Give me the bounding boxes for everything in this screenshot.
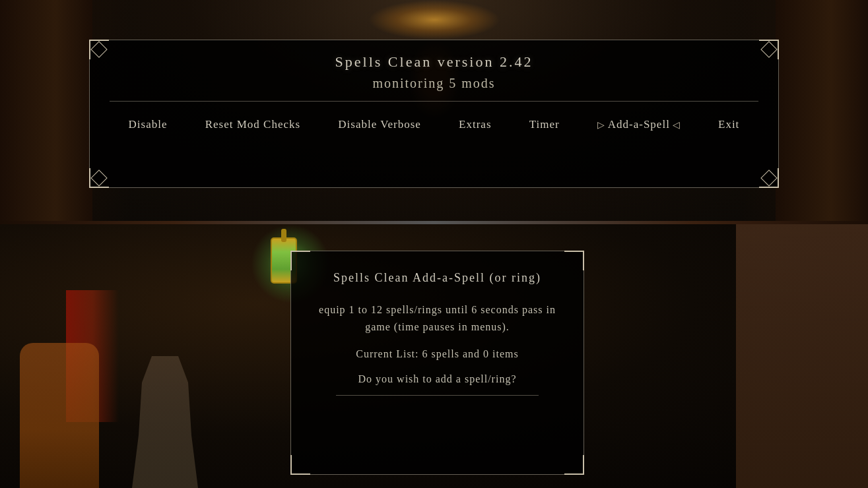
figure-right xyxy=(736,224,868,488)
pillar-right xyxy=(776,0,868,221)
dialog-current-list: Current List: 6 spells and 0 items xyxy=(311,348,564,360)
robe-figure xyxy=(20,343,99,488)
pillar-left xyxy=(0,0,92,221)
dialog-divider xyxy=(336,395,538,396)
dialog-content: Spells Clean Add-a-Spell (or ring) equip… xyxy=(291,251,584,409)
menu-item-add-a-spell[interactable]: ▷ Add-a-Spell ◁ xyxy=(597,118,681,131)
menu-item-disable[interactable]: Disable xyxy=(129,118,168,131)
dialog-corner-bl xyxy=(290,455,310,475)
dialog-title: Spells Clean Add-a-Spell (or ring) xyxy=(311,271,564,285)
menu-item-disable-verbose[interactable]: Disable Verbose xyxy=(338,118,421,131)
top-glow xyxy=(368,0,500,40)
dialog-corner-br xyxy=(564,455,584,475)
add-a-spell-label: Add-a-Spell xyxy=(608,118,670,131)
main-panel: Spells Clean version 2.42 monitoring 5 m… xyxy=(89,40,779,188)
right-arrow-icon: ◁ xyxy=(673,119,681,131)
dialog-desc-line2: game (time pauses in menus). xyxy=(365,321,510,332)
menu-item-extras[interactable]: Extras xyxy=(459,118,491,131)
dialog-corner-tl xyxy=(290,251,310,270)
dialog-question: Do you wish to add a spell/ring? xyxy=(311,373,564,385)
menu-item-timer[interactable]: Timer xyxy=(529,118,560,131)
panel-header: Spells Clean version 2.42 monitoring 5 m… xyxy=(90,40,778,101)
left-arrow-icon: ▷ xyxy=(597,119,605,131)
main-menu: Disable Reset Mod Checks Disable Verbose… xyxy=(90,102,778,148)
panel-subtitle: monitoring 5 mods xyxy=(110,76,758,91)
statue-left xyxy=(132,356,198,488)
menu-item-exit[interactable]: Exit xyxy=(718,118,739,131)
dialog-panel: Spells Clean Add-a-Spell (or ring) equip… xyxy=(290,251,584,475)
dialog-description: equip 1 to 12 spells/rings until 6 secon… xyxy=(311,301,564,335)
dialog-desc-line1: equip 1 to 12 spells/rings until 6 secon… xyxy=(319,304,556,315)
menu-item-reset-mod-checks[interactable]: Reset Mod Checks xyxy=(205,118,300,131)
scene-separator xyxy=(0,221,868,224)
dialog-corner-tr xyxy=(564,251,584,270)
panel-title: Spells Clean version 2.42 xyxy=(110,53,758,71)
